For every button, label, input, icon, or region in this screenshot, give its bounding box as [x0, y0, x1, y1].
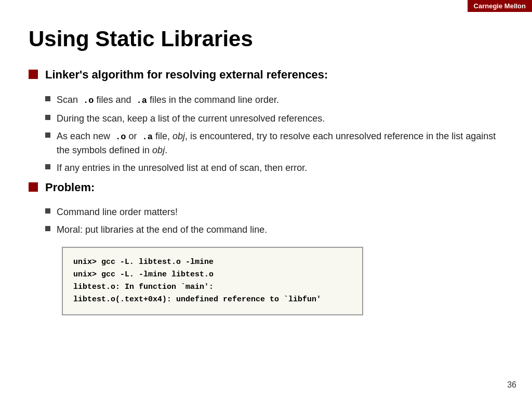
main-bullet-linker: Linker's algorithm for resolving externa…: [29, 68, 503, 83]
brand-label: Carnegie Mellon: [474, 2, 526, 10]
sub-bullet-text-3: As each new .o or .a file, obj, is encou…: [57, 129, 503, 157]
sub-bullet-icon-2: [45, 115, 50, 120]
sub-bullet-4: If any entries in the unresolved list at…: [45, 161, 503, 175]
page-number: 36: [507, 380, 516, 390]
code-line-1: unix> gcc -L. libtest.o -lmine: [73, 256, 352, 269]
main-bullet-icon-linker: [29, 70, 38, 79]
code-block-container: unix> gcc -L. libtest.o -lmine unix> gcc…: [45, 241, 503, 315]
sub-bullet-p1: Command line order matters!: [45, 205, 503, 219]
main-bullet-text-problem: Problem:: [45, 180, 95, 195]
sub-bullet-icon-3: [45, 132, 50, 138]
main-bullet-icon-problem: [29, 182, 38, 192]
sub-bullet-icon-4: [45, 164, 50, 169]
sub-bullets-linker: Scan .o files and .a files in the comman…: [45, 93, 503, 175]
header-bar: Carnegie Mellon: [468, 0, 532, 12]
sub-bullet-2: During the scan, keep a list of the curr…: [45, 112, 503, 125]
main-bullet-problem: Problem:: [29, 180, 503, 195]
sub-bullet-text-p2: Moral: put libraries at the end of the c…: [57, 223, 267, 236]
sub-bullet-icon-1: [45, 96, 50, 101]
section-problem: Problem: Command line order matters! Mor…: [29, 180, 503, 316]
main-bullet-text-linker: Linker's algorithm for resolving externa…: [45, 68, 328, 83]
code-line-3: libtest.o: In function `main':: [73, 281, 352, 294]
sub-bullet-icon-p1: [45, 208, 50, 214]
code-line-2: unix> gcc -L. -lmine libtest.o: [73, 269, 352, 281]
slide-content: Using Static Libraries Linker's algorith…: [0, 5, 532, 340]
sub-bullets-problem: Command line order matters! Moral: put l…: [45, 205, 503, 315]
sub-bullet-1: Scan .o files and .a files in the comman…: [45, 93, 503, 108]
code-line-4: libtest.o(.text+0x4): undefined referenc…: [73, 294, 352, 306]
sub-bullet-text-4: If any entries in the unresolved list at…: [57, 161, 307, 175]
sub-bullet-text-p1: Command line order matters!: [57, 205, 178, 219]
sub-bullet-icon-p2: [45, 226, 50, 231]
slide-title: Using Static Libraries: [29, 26, 503, 52]
sub-bullet-text-2: During the scan, keep a list of the curr…: [57, 112, 325, 125]
section-linker: Linker's algorithm for resolving externa…: [29, 68, 503, 175]
sub-bullet-text-1: Scan .o files and .a files in the comman…: [57, 93, 279, 108]
sub-bullet-3: As each new .o or .a file, obj, is encou…: [45, 129, 503, 157]
code-block: unix> gcc -L. libtest.o -lmine unix> gcc…: [62, 247, 363, 315]
sub-bullet-p2: Moral: put libraries at the end of the c…: [45, 223, 503, 236]
